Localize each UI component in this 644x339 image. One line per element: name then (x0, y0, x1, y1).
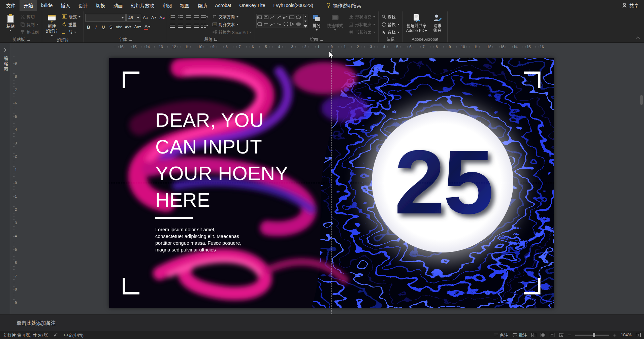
collapse-ribbon-button[interactable] (636, 36, 640, 40)
shape-fill-button[interactable]: 形状填充 (347, 13, 377, 20)
select-button[interactable]: 选择 (380, 29, 401, 36)
align-text-button[interactable]: 对齐文本 (211, 21, 253, 28)
columns-button[interactable] (201, 22, 208, 29)
smartart-label: 转换为 SmartArt (219, 29, 248, 35)
title-accent-underline[interactable] (155, 217, 193, 219)
ribbon-tab[interactable]: 帮助 (193, 0, 211, 11)
zoom-out-button[interactable] (568, 335, 571, 335)
text-shadow-button[interactable]: S (107, 23, 114, 31)
clear-formatting-button[interactable]: A◢ (158, 14, 165, 22)
grow-font-button[interactable]: A▲ (142, 14, 150, 22)
language-indicator[interactable]: 中文(中国) (64, 332, 84, 338)
request-signatures-button[interactable]: 请求 签名 (429, 12, 446, 34)
shrink-font-button[interactable]: A▼ (150, 14, 158, 22)
ribbon-tab[interactable]: 动画 (109, 0, 127, 11)
horizontal-ruler[interactable]: 1615141312111098765432101234567891011121… (115, 44, 548, 49)
slide-body-text[interactable]: Lorem ipsum dolor sit amet, consectetuer… (155, 226, 242, 253)
ribbon-tab[interactable]: 视图 (176, 0, 193, 11)
underline-button[interactable]: U (100, 23, 107, 31)
new-slide-button[interactable]: 新建 幻灯片 (43, 12, 60, 37)
paragraph-dialog-launcher-icon[interactable] (214, 38, 217, 41)
slide-sorter-view-button[interactable] (541, 333, 545, 337)
ribbon-tab[interactable]: Acrobat (211, 0, 235, 11)
ribbon-tab[interactable]: 幻灯片放映 (127, 0, 158, 11)
new-slide-dropdown-icon (51, 35, 53, 36)
ruler-number: 3 (13, 136, 19, 150)
ribbon-tab[interactable]: 插入 (57, 0, 74, 11)
find-button[interactable]: 查找 (380, 13, 401, 20)
arrange-button[interactable]: 排列 (308, 12, 325, 31)
zoom-percentage[interactable]: 104% (621, 333, 632, 337)
shape-effects-button[interactable]: 形状效果 (347, 29, 377, 36)
justify-button[interactable] (193, 22, 200, 29)
vertical-guide[interactable] (331, 49, 332, 314)
ribbon-tab[interactable]: LvyhTools(200523) (269, 0, 317, 11)
zoom-slider[interactable] (575, 335, 609, 336)
align-center-button[interactable] (176, 22, 184, 29)
shape-outline-dropdown-icon (373, 24, 375, 25)
bold-button[interactable]: B (85, 23, 92, 31)
character-spacing-button[interactable]: AV (124, 23, 133, 31)
font-name-combo[interactable] (85, 14, 126, 22)
replace-button[interactable]: 替换 (380, 21, 401, 28)
slide-big-number[interactable]: 25 (394, 131, 492, 233)
drawing-dialog-launcher-icon[interactable] (320, 38, 323, 41)
italic-button[interactable]: I (93, 23, 99, 31)
create-share-pdf-button[interactable]: 创建并共享 Adobe PDF (404, 12, 429, 34)
clipboard-dialog-launcher-icon[interactable] (27, 38, 30, 41)
ribbon-tab[interactable]: 切换 (92, 0, 109, 11)
reset-button[interactable]: 重置 (60, 21, 82, 28)
horizontal-guide[interactable] (109, 183, 554, 183)
align-left-button[interactable] (168, 22, 176, 29)
ribbon-tab[interactable]: 设计 (74, 0, 92, 11)
comments-icon (513, 333, 517, 337)
vertical-ruler[interactable]: 9876543210123456789 (13, 57, 19, 309)
shapes-gallery[interactable] (256, 14, 308, 28)
zoom-slider-thumb[interactable] (593, 333, 595, 337)
copy-button[interactable]: 复制 (19, 21, 40, 28)
increase-indent-button[interactable] (193, 14, 200, 21)
section-button[interactable]: 节 (60, 29, 82, 36)
layout-button[interactable]: 版式 (60, 13, 82, 20)
zoom-in-button[interactable] (613, 334, 616, 337)
numbering-button[interactable] (176, 14, 184, 21)
fit-to-window-button[interactable] (636, 333, 641, 337)
ribbon-tab[interactable]: iSlide (37, 0, 57, 11)
change-case-button[interactable]: Aa (133, 23, 142, 31)
paste-button[interactable]: 粘贴 (2, 12, 19, 32)
comments-toggle-button[interactable]: 批注 (513, 332, 527, 338)
bullets-button[interactable] (168, 14, 176, 21)
quick-styles-button[interactable]: 快速样式 (325, 12, 345, 31)
convert-to-smartart-button[interactable]: 转换为 SmartArt (211, 29, 253, 36)
share-button[interactable]: 共享 (616, 0, 644, 11)
format-painter-button[interactable]: 格式刷 (19, 29, 40, 36)
ribbon-tab[interactable]: 开始 (20, 0, 37, 11)
slide-position-indicator[interactable]: 幻灯片 第 4 张, 共 20 张 (3, 332, 48, 338)
reading-view-button[interactable] (550, 333, 554, 337)
shapes-gallery-scrollbar[interactable] (303, 14, 308, 28)
ribbon-tab[interactable]: OneKey Lite (235, 0, 269, 11)
spell-check-button[interactable] (54, 333, 59, 337)
align-right-button[interactable] (185, 22, 192, 29)
ribbon-tab[interactable]: 审阅 (158, 0, 176, 11)
ribbon-tab[interactable]: 文件 (2, 0, 20, 11)
shape-outline-button[interactable]: 形状轮廓 (347, 21, 377, 28)
ruler-number: 10 (194, 44, 207, 49)
cut-button[interactable]: 剪切 (19, 13, 40, 20)
tell-me-search[interactable]: 操作说明搜索 (323, 0, 365, 11)
vertical-scrollbar-thumb[interactable] (640, 95, 643, 105)
thumbnails-panel-collapsed[interactable]: 缩略图 (0, 43, 10, 314)
slide-title[interactable]: DEAR, YOU CAN INPUT YOUR HOENY HERE (155, 107, 288, 213)
notes-pane[interactable]: 单击此处添加备注 (0, 314, 644, 331)
strikethrough-button[interactable]: abc (115, 23, 123, 31)
font-size-combo[interactable]: 48 (126, 14, 141, 22)
font-color-button[interactable]: A (143, 23, 151, 31)
line-spacing-button[interactable] (201, 14, 208, 21)
text-direction-button[interactable]: 文字方向 (211, 13, 253, 20)
font-dialog-launcher-icon[interactable] (129, 38, 132, 41)
decrease-indent-button[interactable] (185, 14, 192, 21)
notes-toggle-button[interactable]: 备注 (494, 332, 508, 338)
normal-view-button[interactable] (532, 333, 536, 337)
ribbon-tab-strip[interactable]: 文件开始iSlide插入设计切换动画幻灯片放映审阅视图帮助AcrobatOneK… (2, 0, 317, 11)
slideshow-view-button[interactable] (559, 333, 564, 337)
